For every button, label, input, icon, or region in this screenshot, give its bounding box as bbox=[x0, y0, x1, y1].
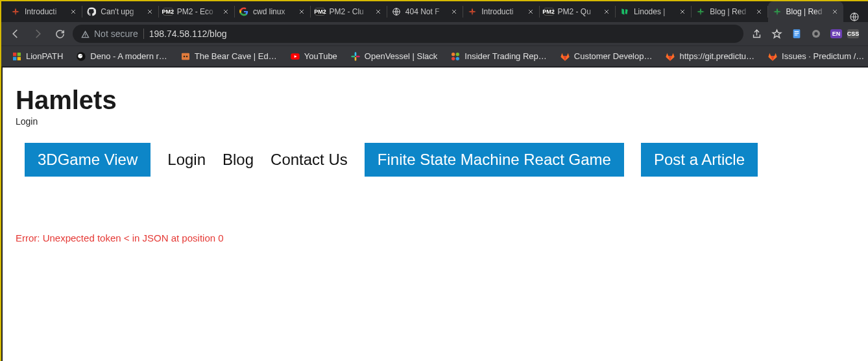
svg-point-13 bbox=[78, 54, 83, 58]
tab-title: Blog | Red bbox=[786, 7, 826, 16]
bookmark-item[interactable]: https://git.predictu… bbox=[660, 49, 760, 64]
svg-point-17 bbox=[186, 55, 187, 57]
site-title: Hamlets bbox=[16, 86, 855, 115]
joomla-icon bbox=[450, 51, 461, 62]
browser-tabstrip: IntroductiCan't upgPM2PM2 - Ecocwd linux… bbox=[1, 0, 868, 22]
login-link[interactable]: Login bbox=[16, 116, 38, 127]
svg-rect-21 bbox=[355, 56, 357, 60]
browser-tab[interactable]: Blog | Red bbox=[692, 1, 767, 22]
extension-docs-icon[interactable] bbox=[791, 29, 802, 39]
bookmark-item[interactable]: Insider Trading Rep… bbox=[445, 49, 551, 64]
bookmark-item[interactable]: The Bear Cave | Ed… bbox=[175, 49, 282, 64]
svg-rect-2 bbox=[793, 29, 801, 38]
toolbar-right: ENCSS bbox=[747, 29, 863, 40]
bookmark-item[interactable]: Customer Develop… bbox=[555, 49, 658, 64]
close-tab-icon[interactable] bbox=[754, 7, 764, 16]
browser-tab[interactable]: Introducti bbox=[463, 1, 538, 22]
error-message: Error: Unexpected token < in JSON at pos… bbox=[16, 232, 855, 243]
bookmark-label: https://git.predictu… bbox=[679, 51, 754, 61]
youtube-icon bbox=[290, 51, 300, 62]
browser-tab[interactable]: PM2PM2 - Qu bbox=[540, 1, 615, 22]
grid4-icon bbox=[12, 51, 22, 62]
browser-tab[interactable]: Linodes | bbox=[616, 1, 691, 22]
bookmark-label: Deno - A modern r… bbox=[90, 51, 167, 61]
address-url: 198.74.58.112/blog bbox=[149, 29, 227, 39]
address-bar[interactable]: Not secure 198.74.58.112/blog bbox=[73, 25, 743, 43]
pm2-icon: PM2 bbox=[163, 6, 173, 17]
close-tab-icon[interactable] bbox=[297, 7, 306, 16]
extension-circle-icon[interactable] bbox=[811, 29, 821, 39]
close-tab-icon[interactable] bbox=[602, 7, 611, 16]
site-nav-blog[interactable]: Blog bbox=[223, 143, 254, 177]
browser-tab[interactable]: Introducti bbox=[6, 1, 82, 22]
security-label: Not secure bbox=[94, 29, 138, 39]
browser-tab[interactable]: PM2PM2 - Clu bbox=[311, 1, 386, 22]
bookmark-item[interactable]: Deno - A modern r… bbox=[71, 49, 173, 64]
site-nav-finite-state-machine-react-game[interactable]: Finite State Machine React Game bbox=[365, 143, 624, 177]
svg-rect-9 bbox=[18, 53, 21, 56]
pm2-icon: PM2 bbox=[544, 6, 554, 17]
tab-title: Linodes | bbox=[634, 7, 674, 16]
browser-tab[interactable]: 404 Not F bbox=[387, 1, 463, 22]
deno-icon bbox=[76, 51, 86, 62]
svg-point-24 bbox=[456, 53, 459, 56]
close-tab-icon[interactable] bbox=[374, 7, 383, 16]
forward-button[interactable] bbox=[29, 25, 47, 43]
svg-rect-11 bbox=[18, 56, 21, 60]
bookmark-label: Customer Develop… bbox=[574, 51, 653, 61]
svg-point-7 bbox=[814, 32, 817, 35]
svg-rect-8 bbox=[13, 53, 16, 56]
gitlab-icon bbox=[665, 51, 675, 62]
browser-toolbar: Not secure 198.74.58.112/blog ENCSS bbox=[1, 22, 868, 45]
tab-title: cwd linux bbox=[253, 7, 293, 16]
svg-rect-4 bbox=[795, 33, 799, 34]
bookmark-label: YouTube bbox=[304, 51, 337, 61]
close-tab-icon[interactable] bbox=[526, 7, 535, 16]
google-icon bbox=[239, 6, 249, 17]
svg-rect-10 bbox=[13, 56, 16, 60]
close-tab-icon[interactable] bbox=[221, 7, 230, 16]
bookmark-item[interactable]: OpenVessel | Slack bbox=[345, 49, 443, 64]
extension-badge[interactable]: EN bbox=[830, 29, 842, 38]
close-tab-icon[interactable] bbox=[678, 7, 687, 16]
site-nav-3dgame-view[interactable]: 3DGame View bbox=[25, 143, 151, 177]
gitlab-icon bbox=[767, 51, 778, 62]
extension-badge[interactable]: CSS bbox=[847, 29, 859, 38]
browser-tab[interactable]: Can't upg bbox=[82, 1, 158, 22]
bookmark-item[interactable]: LionPATH bbox=[6, 49, 68, 64]
svg-point-14 bbox=[81, 55, 82, 56]
browser-tab[interactable]: Blog | Red bbox=[768, 1, 843, 22]
page-content: Hamlets Login 3DGame ViewLoginBlogContac… bbox=[3, 68, 868, 250]
overflow-tab[interactable] bbox=[843, 12, 865, 22]
bookmark-item[interactable]: Issues · Predictum /… bbox=[762, 49, 868, 64]
close-tab-icon[interactable] bbox=[450, 7, 459, 16]
close-tab-icon[interactable] bbox=[69, 7, 78, 16]
svg-point-23 bbox=[452, 53, 455, 56]
bookmark-item[interactable]: YouTube bbox=[285, 49, 343, 64]
bookmark-star-icon[interactable] bbox=[771, 29, 782, 40]
spark-green-icon bbox=[772, 6, 782, 17]
site-nav-contact-us[interactable]: Contact Us bbox=[271, 143, 348, 177]
svg-point-26 bbox=[456, 56, 459, 60]
spark-green-icon bbox=[695, 6, 706, 17]
reload-button[interactable] bbox=[51, 25, 69, 43]
site-nav-login[interactable]: Login bbox=[167, 143, 206, 177]
site-nav-post-a-article[interactable]: Post a Article bbox=[641, 143, 758, 177]
bear-icon bbox=[180, 51, 191, 62]
site-nav: 3DGame ViewLoginBlogContact UsFinite Sta… bbox=[16, 143, 855, 177]
browser-tab[interactable]: cwd linux bbox=[235, 1, 310, 22]
close-tab-icon[interactable] bbox=[145, 7, 154, 16]
svg-rect-22 bbox=[356, 55, 360, 57]
linode-icon bbox=[620, 6, 630, 17]
tab-title: Introducti bbox=[481, 7, 522, 16]
close-tab-icon[interactable] bbox=[830, 7, 839, 16]
slack-icon bbox=[350, 51, 361, 62]
bookmark-label: The Bear Cave | Ed… bbox=[195, 51, 277, 61]
tab-title: Introducti bbox=[25, 7, 65, 16]
share-icon[interactable] bbox=[751, 29, 762, 40]
security-indicator[interactable]: Not secure bbox=[80, 29, 138, 39]
back-button[interactable] bbox=[6, 25, 25, 43]
pm2-icon: PM2 bbox=[315, 6, 325, 17]
browser-tab[interactable]: PM2PM2 - Eco bbox=[159, 1, 234, 22]
tab-title: PM2 - Clu bbox=[329, 7, 369, 16]
